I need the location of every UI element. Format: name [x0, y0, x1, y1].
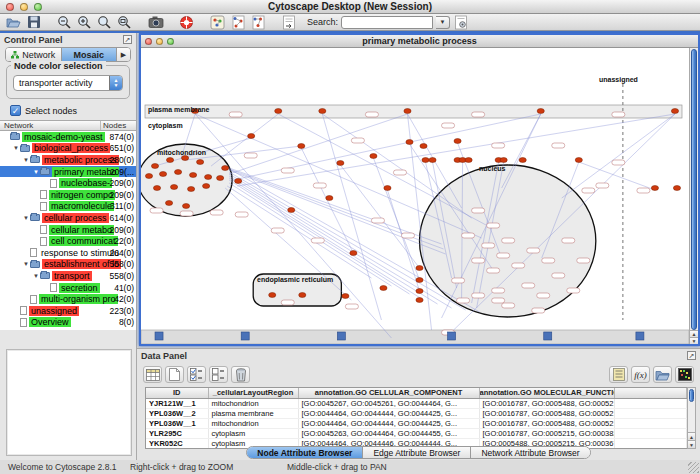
graph-node-label[interactable]	[542, 258, 555, 263]
graph-node[interactable]	[500, 158, 507, 163]
table-row[interactable]: YPL036W__2plasma membrane[GO:0044464, GO…	[146, 408, 687, 418]
expander-icon[interactable]: ▼	[22, 261, 30, 267]
help-button[interactable]	[177, 15, 196, 30]
tab-node-attribute-browser[interactable]: Node Attribute Browser	[247, 447, 363, 458]
tree-col-nodes[interactable]: Nodes	[100, 121, 136, 130]
network-vertical-scrollbar[interactable]: ▲ ▼	[689, 48, 698, 344]
graph-node[interactable]	[145, 174, 152, 179]
graph-node[interactable]	[575, 158, 582, 163]
tab-edge-attribute-browser[interactable]: Edge Attribute Browser	[363, 447, 471, 458]
snapshot-button[interactable]	[146, 15, 165, 30]
tree-row[interactable]: multi-organism pro42(0)	[0, 293, 136, 305]
tree-row[interactable]: cellular metabo209(0)	[0, 224, 136, 236]
graph-node[interactable]	[404, 109, 411, 114]
tab-network[interactable]: Network	[6, 48, 62, 61]
expander-icon[interactable]: ▼	[22, 215, 30, 221]
scroll-up-icon[interactable]: ▲	[690, 330, 698, 337]
graph-node[interactable]	[651, 186, 658, 191]
table-scrollbar-thumb[interactable]	[689, 389, 694, 402]
graph-node-label[interactable]	[567, 288, 580, 293]
graph-node-label[interactable]	[150, 208, 163, 213]
graph-node-label[interactable]	[472, 293, 485, 298]
layout-button-2[interactable]	[248, 15, 267, 30]
col-go-molecular-function[interactable]: annotation.GO MOLECULAR_FUNCTION	[479, 388, 614, 398]
tree-row[interactable]: ▼transport558(0)	[0, 270, 136, 282]
zoom-selected-button[interactable]	[115, 15, 134, 30]
tree-col-network[interactable]: Network	[0, 121, 100, 130]
column-format-button[interactable]	[143, 366, 162, 383]
tree-row[interactable]: cell communicat22(0)	[0, 235, 136, 247]
search-dropdown-button[interactable]: ▼	[436, 16, 450, 29]
graph-node-label[interactable]	[492, 143, 505, 148]
graph-node-label[interactable]	[497, 253, 510, 258]
graph-node-label[interactable]	[537, 293, 550, 298]
graph-node[interactable]	[235, 179, 242, 184]
graph-node[interactable]	[159, 172, 166, 177]
graph-node[interactable]	[222, 166, 229, 171]
graph-node-label[interactable]	[482, 243, 495, 248]
function-builder-button[interactable]: f(x)	[631, 366, 650, 383]
graph-node-label[interactable]	[532, 308, 545, 313]
graph-node-label[interactable]	[313, 183, 326, 188]
band-node-cluster[interactable]	[337, 332, 345, 340]
band-node-cluster[interactable]	[544, 332, 552, 340]
graph-node[interactable]	[422, 158, 429, 163]
birds-eye-view[interactable]	[6, 349, 132, 456]
graph-node[interactable]	[370, 154, 377, 159]
graph-node[interactable]	[203, 184, 210, 189]
float-data-panel-icon[interactable]: ↗	[687, 351, 696, 360]
expander-icon[interactable]: ▼	[32, 273, 40, 279]
save-button[interactable]	[24, 15, 43, 30]
select-all-attributes-button[interactable]	[187, 366, 206, 383]
graph-node[interactable]	[189, 173, 196, 178]
expander-icon[interactable]: ▼	[12, 145, 20, 151]
tree-row[interactable]: ▼biological_process651(0)	[0, 143, 136, 155]
graph-node-label[interactable]	[577, 258, 590, 263]
zoom-out-button[interactable]	[55, 15, 74, 30]
table-vertical-scrollbar[interactable]: ▲ ▼	[687, 387, 696, 449]
graph-node-label[interactable]	[442, 123, 455, 128]
node-color-dropdown[interactable]: transporter activity ▲▼	[13, 75, 123, 91]
expander-icon[interactable]: ▼	[32, 169, 40, 175]
graph-node-label[interactable]	[457, 298, 470, 303]
graph-node[interactable]	[174, 170, 181, 175]
graph-node[interactable]	[406, 140, 413, 145]
graph-node-label[interactable]	[492, 288, 505, 293]
graph-node[interactable]	[416, 266, 423, 271]
unselect-all-attributes-button[interactable]	[209, 366, 228, 383]
graph-node[interactable]	[454, 139, 461, 144]
graph-node-label[interactable]	[235, 212, 248, 217]
graph-node[interactable]	[269, 293, 276, 298]
graph-node[interactable]	[465, 158, 472, 163]
graph-node[interactable]	[671, 109, 678, 114]
zoom-in-button[interactable]	[75, 15, 94, 30]
graph-node[interactable]	[537, 109, 544, 114]
graph-node[interactable]	[673, 186, 680, 191]
graph-node-label[interactable]	[210, 210, 223, 215]
graph-node[interactable]	[248, 134, 255, 139]
band-node-cluster[interactable]	[241, 332, 249, 340]
graph-node[interactable]	[182, 204, 189, 209]
graph-node[interactable]	[416, 278, 423, 283]
graph-node[interactable]	[350, 251, 357, 256]
attribute-matrix-button[interactable]	[675, 366, 694, 383]
open-file-button[interactable]	[4, 15, 23, 30]
import-attributes-button[interactable]	[653, 366, 672, 383]
graph-node-label[interactable]	[462, 233, 475, 238]
col-go-cellular-component[interactable]: annotation.GO CELLULAR_COMPONENT	[298, 388, 479, 398]
tree-row[interactable]: ▼primary metabo209(...	[0, 166, 136, 178]
band-node-cluster[interactable]	[636, 332, 644, 340]
graph-node[interactable]	[384, 186, 391, 191]
graph-node-label[interactable]	[562, 238, 575, 243]
graph-node[interactable]	[187, 187, 194, 192]
graph-node-label[interactable]	[612, 160, 625, 165]
graph-node-label[interactable]	[502, 238, 515, 243]
network-window-titlebar[interactable]: primary metabolic process	[141, 35, 698, 48]
table-scroll-up-icon[interactable]: ▲	[688, 432, 695, 440]
graph-node[interactable]	[217, 176, 224, 181]
graph-node[interactable]	[380, 286, 387, 291]
search-input[interactable]	[341, 16, 433, 29]
graph-node-label[interactable]	[393, 170, 406, 175]
graph-node[interactable]	[420, 144, 427, 149]
graph-node-label[interactable]	[311, 238, 324, 243]
